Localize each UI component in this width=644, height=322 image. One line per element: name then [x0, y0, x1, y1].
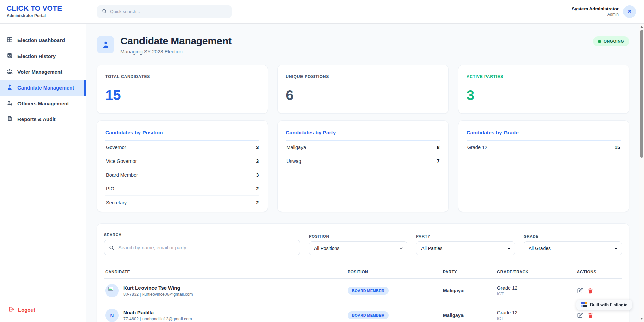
user-avatar[interactable]: S: [623, 5, 636, 18]
candidates-by-position-card: Candidates by Position Governor3 Vice Go…: [97, 120, 268, 212]
candidate-person-icon: [6, 84, 13, 92]
position-filter: POSITION All Positions: [309, 234, 407, 255]
candidate-name: Kurt Leovince Tse Wing: [123, 285, 193, 291]
logout-button[interactable]: Logout: [0, 298, 86, 322]
sidebar-item-election-dashboard[interactable]: Election Dashboard: [0, 32, 86, 48]
item-label: PIO: [106, 186, 114, 191]
stat-value: 6: [286, 88, 440, 103]
quick-search-input[interactable]: [110, 9, 227, 14]
main-content: Candidate Management Managing SY 2028 El…: [86, 24, 644, 322]
logout-label: Logout: [18, 307, 35, 313]
delete-button[interactable]: [587, 312, 593, 318]
page-title-block: Candidate Management Managing SY 2028 El…: [120, 35, 232, 55]
avatar: N: [105, 309, 119, 322]
card-title: Candidates by Position: [105, 130, 259, 141]
edit-button[interactable]: [577, 312, 583, 318]
candidate-text: Kurt Leovince Tse Wing 80-7832 | kurtleo…: [123, 285, 193, 297]
position-badge: BOARD MEMBER: [348, 287, 389, 295]
officer-shield-icon: [6, 100, 13, 107]
page-subtitle: Managing SY 2028 Election: [120, 49, 232, 55]
sidebar-item-reports-audit[interactable]: Reports & Audit: [0, 111, 86, 127]
candidate-name: Noah Padilla: [123, 310, 192, 315]
position-badge: BOARD MEMBER: [348, 311, 389, 319]
column-header-candidate: CANDIDATE: [105, 270, 348, 274]
candidate-header-icon: [97, 36, 114, 53]
grade-track-cell: Grade 12 ICT: [497, 285, 577, 296]
status-badge: ONGOING: [593, 36, 629, 46]
party-select[interactable]: All Parties: [416, 241, 515, 255]
track-value: ICT: [497, 316, 577, 321]
sidebar-item-officers-management[interactable]: Officers Management: [0, 96, 86, 111]
item-count: 3: [256, 145, 259, 150]
sidebar-item-label: Reports & Audit: [17, 116, 56, 122]
list-item: Board Member3: [105, 168, 259, 182]
item-count: 7: [437, 158, 440, 164]
page-header: Candidate Management Managing SY 2028 El…: [97, 35, 629, 55]
stat-card-unique-positions: UNIQUE POSITIONS 6: [277, 65, 448, 114]
topbar: System Administrator Admin S: [86, 0, 644, 24]
position-cell: BOARD MEMBER: [348, 311, 443, 319]
scrollbar-thumb[interactable]: [640, 30, 643, 158]
user-role: Admin: [572, 12, 619, 17]
search-filter: SEARCH: [104, 232, 300, 255]
edit-button[interactable]: [577, 288, 583, 294]
user-info: System Administrator Admin: [572, 6, 619, 17]
built-with-flatlogic-badge[interactable]: Built with Flatlogic: [576, 300, 632, 310]
grade-value: Grade 12: [497, 285, 577, 291]
sidebar-item-voter-management[interactable]: Voter Management: [0, 64, 86, 80]
item-count: 3: [256, 172, 259, 178]
sidebar-item-label: Candidate Management: [17, 85, 74, 91]
flatlogic-badge-label: Built with Flatlogic: [590, 302, 627, 307]
card-title: Candidates by Party: [286, 130, 440, 141]
search-icon: [102, 8, 107, 15]
edit-pencil-icon: [577, 288, 583, 294]
column-header-position: POSITION: [348, 270, 443, 274]
stat-label: ACTIVE PARTIES: [467, 74, 621, 79]
sidebar: CLICK TO VOTE Administrator Portal Elect…: [0, 0, 86, 322]
trash-icon: [587, 312, 593, 318]
broken-image-icon: [108, 286, 113, 292]
candidate-meta: 80-7832 | kurtleovince06@gmail.com: [123, 292, 193, 297]
item-label: Vice Governor: [106, 158, 137, 164]
party-filter: PARTY All Parties: [416, 234, 515, 255]
grade-filter: GRADE All Grades: [524, 234, 622, 255]
card-title: Candidates by Grade: [467, 130, 621, 141]
candidate-cell: N Noah Padilla 77-4602 | noahpadilla12@g…: [105, 309, 348, 322]
report-document-icon: [6, 115, 13, 123]
edit-pencil-icon: [577, 312, 583, 318]
stat-card-total-candidates: TOTAL CANDIDATES 15: [97, 65, 268, 114]
item-count: 15: [615, 145, 620, 150]
party-select-wrap: All Parties: [416, 241, 515, 255]
scrollbar-down-arrow-icon[interactable]: [640, 318, 643, 320]
item-count: 8: [437, 145, 440, 150]
position-cell: BOARD MEMBER: [348, 287, 443, 295]
column-header-grade-track: GRADE/TRACK: [497, 270, 577, 274]
brand: CLICK TO VOTE Administrator Portal: [0, 0, 86, 24]
item-label: Maligaya: [286, 145, 306, 150]
sidebar-item-candidate-management[interactable]: Candidate Management: [0, 80, 86, 96]
item-label: Secretary: [106, 200, 127, 205]
position-select[interactable]: All Positions: [309, 241, 407, 255]
search-field-wrap: [104, 240, 300, 255]
stats-row: TOTAL CANDIDATES 15 UNIQUE POSITIONS 6 A…: [97, 65, 629, 114]
status-badge-label: ONGOING: [604, 39, 624, 44]
logout-icon: [8, 306, 14, 313]
actions-cell: [577, 288, 621, 294]
stat-value: 3: [467, 88, 621, 103]
candidates-by-party-card: Candidates by Party Maligaya8 Uswag7: [277, 120, 448, 212]
grade-value: Grade 12: [497, 310, 577, 315]
sidebar-item-election-history[interactable]: Election History: [0, 48, 86, 64]
position-select-wrap: All Positions: [309, 241, 407, 255]
grade-select[interactable]: All Grades: [524, 241, 622, 255]
list-item: Grade 1215: [467, 141, 621, 154]
table-header-row: CANDIDATE POSITION PARTY GRADE/TRACK ACT…: [104, 265, 622, 279]
stat-label: TOTAL CANDIDATES: [105, 74, 259, 79]
candidate-search-input[interactable]: [104, 240, 300, 255]
item-label: Uswag: [286, 158, 301, 164]
delete-button[interactable]: [587, 288, 593, 294]
scrollbar-up-arrow-icon[interactable]: [640, 26, 643, 28]
breakdown-row: Candidates by Position Governor3 Vice Go…: [97, 120, 629, 212]
list-item: Secretary2: [105, 196, 259, 209]
candidates-table: CANDIDATE POSITION PARTY GRADE/TRACK ACT…: [104, 265, 622, 322]
party-cell: Maligaya: [443, 288, 497, 293]
